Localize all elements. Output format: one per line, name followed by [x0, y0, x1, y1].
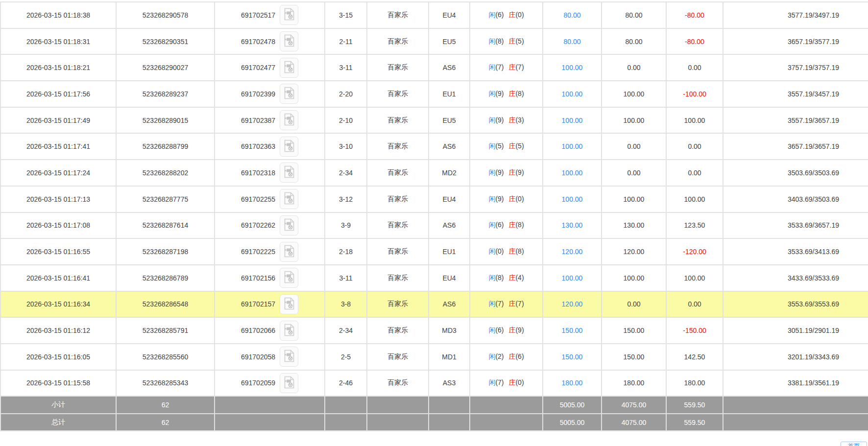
game-type-cell: 百家乐: [367, 317, 429, 344]
video-replay-button[interactable]: [280, 58, 298, 78]
player-label: 闲: [488, 352, 495, 360]
pagination-button[interactable]: 首页: [841, 442, 867, 446]
winloss-cell: 0.00: [666, 291, 723, 318]
banker-label: 庄: [508, 63, 515, 71]
subtotal-label: 小计: [0, 396, 116, 414]
result-cell: 闲(0) 庄(8): [470, 238, 543, 265]
result-cell: 闲(6) 庄(9): [470, 317, 543, 344]
summary-empty-cell: [367, 414, 429, 431]
player-points: (5): [495, 142, 504, 150]
game-type-cell: 百家乐: [367, 54, 429, 81]
round-number: 691702255: [241, 195, 275, 203]
session-cell: 2-5: [325, 344, 367, 370]
banker-label: 庄: [508, 378, 515, 386]
summary-empty-cell: [367, 396, 429, 414]
session-cell: 3-10: [325, 133, 367, 160]
player-points: (6): [495, 326, 504, 334]
round-number: 691702363: [241, 142, 275, 150]
video-replay-button[interactable]: [280, 189, 298, 209]
player-label: 闲: [488, 63, 495, 71]
video-replay-button[interactable]: [280, 268, 298, 288]
table-row: 2026-03-15 01:17:49 523268289015 6917023…: [0, 107, 868, 134]
session-cell: 3-11: [325, 265, 367, 291]
video-replay-icon: [284, 8, 295, 22]
video-replay-button[interactable]: [280, 242, 298, 262]
order-number-cell: 523268290578: [116, 2, 215, 28]
player-points: (9): [495, 195, 504, 203]
balance-cell: 3657.19/3657.19: [723, 133, 868, 160]
result-cell: 闲(6) 庄(8): [470, 212, 543, 239]
player-points: (0): [495, 247, 504, 255]
video-replay-button[interactable]: [280, 373, 298, 393]
player-points: (8): [495, 37, 504, 45]
video-replay-icon: [284, 218, 295, 233]
bet-amount-cell: 150.00: [543, 344, 602, 370]
player-label: 闲: [488, 247, 495, 255]
video-replay-button[interactable]: [280, 347, 298, 367]
session-cell: 3-8: [325, 291, 367, 318]
table-row: 2026-03-15 01:17:24 523268288202 6917023…: [0, 160, 868, 186]
game-type-cell: 百家乐: [367, 212, 429, 239]
video-replay-button[interactable]: [280, 321, 298, 341]
video-replay-button[interactable]: [280, 137, 298, 157]
video-replay-button[interactable]: [280, 110, 298, 130]
round-number-cell: 691702318: [215, 160, 325, 186]
result-cell: 闲(7) 庄(0): [470, 370, 543, 397]
player-label: 闲: [488, 274, 495, 282]
video-replay-button[interactable]: [280, 294, 298, 314]
banker-label: 庄: [508, 300, 515, 307]
table-row: 2026-03-15 01:16:05 523268285560 6917020…: [0, 344, 868, 370]
valid-amount-cell: 80.00: [602, 28, 666, 55]
result-cell: 闲(9) 庄(3): [470, 107, 543, 134]
valid-amount-cell: 0.00: [602, 54, 666, 81]
banker-label: 庄: [508, 11, 515, 19]
video-replay-button[interactable]: [280, 5, 298, 25]
bet-time-cell: 2026-03-15 01:17:08: [0, 212, 116, 239]
banker-points: (7): [515, 300, 524, 307]
round-number: 691702059: [241, 379, 275, 387]
subtotal-winloss: 559.50: [666, 396, 723, 414]
balance-cell: 3557.19/3457.19: [723, 81, 868, 107]
order-number-cell: 523268285791: [116, 317, 215, 344]
total-count: 62: [116, 414, 215, 431]
video-replay-button[interactable]: [280, 84, 298, 104]
session-cell: 3-9: [325, 212, 367, 239]
bet-amount-cell: 130.00: [543, 212, 602, 239]
player-points: (7): [495, 300, 504, 307]
result-cell: 闲(6) 庄(0): [470, 2, 543, 28]
video-replay-button[interactable]: [280, 31, 298, 51]
banker-label: 庄: [508, 195, 515, 203]
bet-time-cell: 2026-03-15 01:16:55: [0, 238, 116, 265]
player-points: (9): [495, 116, 504, 124]
winloss-cell: -150.00: [666, 317, 723, 344]
round-number: 691702058: [241, 353, 275, 361]
session-cell: 2-34: [325, 317, 367, 344]
player-label: 闲: [488, 90, 495, 97]
round-number: 691702387: [241, 117, 275, 124]
bet-time-cell: 2026-03-15 01:17:41: [0, 133, 116, 160]
game-type-cell: 百家乐: [367, 291, 429, 318]
video-replay-button[interactable]: [280, 215, 298, 235]
round-number: 691702066: [241, 327, 275, 334]
subtotal-valid-amount: 4075.00: [602, 396, 666, 414]
video-replay-button[interactable]: [280, 163, 298, 183]
bet-time-cell: 2026-03-15 01:18:38: [0, 2, 116, 28]
bet-time-cell: 2026-03-15 01:18:21: [0, 54, 116, 81]
summary-empty-cell: [470, 414, 543, 431]
game-type-cell: 百家乐: [367, 2, 429, 28]
bet-time-cell: 2026-03-15 01:17:49: [0, 107, 116, 134]
round-number-cell: 691702225: [215, 238, 325, 265]
game-type-cell: 百家乐: [367, 133, 429, 160]
bet-records-table: 2026-03-15 01:18:38 523268290578 6917025…: [0, 1, 868, 431]
banker-label: 庄: [508, 168, 515, 176]
order-number-cell: 523268288799: [116, 133, 215, 160]
winloss-cell: 142.50: [666, 344, 723, 370]
banker-points: (4): [515, 274, 524, 282]
round-number-cell: 691702399: [215, 81, 325, 107]
bet-time-cell: 2026-03-15 01:16:12: [0, 317, 116, 344]
player-points: (6): [495, 11, 504, 19]
table-code-cell: EU4: [429, 265, 470, 291]
table-code-cell: EU4: [429, 186, 470, 212]
player-label: 闲: [488, 168, 495, 176]
video-replay-icon: [284, 61, 295, 75]
